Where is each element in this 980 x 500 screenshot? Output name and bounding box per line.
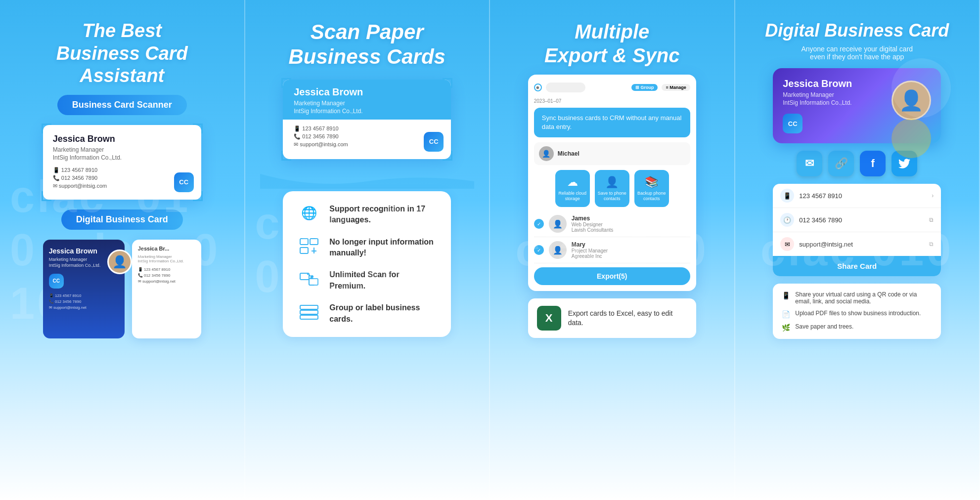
digital-card-display: Jessica Brown Marketing Manager IntSig I… <box>773 68 941 143</box>
excel-box: X Export cards to Excel, easy to edit da… <box>528 298 696 338</box>
panel2-title: Scan Paper Business Cards <box>289 20 445 80</box>
scan-card-name: Jessica Brown <box>294 86 440 98</box>
pdf-icon: 📄 <box>782 310 790 318</box>
svg-rect-7 <box>300 310 318 314</box>
panel-2: clac 010 clac Scan Paper Business Cards … <box>245 0 490 500</box>
scan-card-company: IntSig Information Co.,Ltd. <box>294 108 440 115</box>
leaf-icon: 🌿 <box>782 324 790 332</box>
feature-item-2: No longer input information manually! <box>297 237 437 259</box>
panel-3: clac 010 Multiple Export & Sync ⊕ ⊞ Grou… <box>490 0 735 500</box>
field-email: ✉ support@intsig.net ⧉ <box>773 232 941 256</box>
digital-card-preview-right: Jessica Br... Marketing ManagerIntSig In… <box>132 240 201 338</box>
group-icon <box>297 302 321 322</box>
bottom-feature-text-3: Save paper and trees. <box>795 323 853 330</box>
qr-icon: 📱 <box>782 292 790 299</box>
feature-item-4: Group or label business cards. <box>297 302 437 325</box>
field-phone1: 📱 123 4567 8910 › <box>773 184 941 208</box>
svg-rect-4 <box>309 279 318 285</box>
panel1-title-line2: Business Card Assistant <box>56 43 188 86</box>
share-card-button[interactable]: Share Card <box>773 256 941 276</box>
scan-card-mock: Jessica Brown Marketing Manager IntSig I… <box>283 80 451 159</box>
clock-icon: 🕐 <box>780 213 794 227</box>
contact-preview: 👤 Michael <box>534 142 690 165</box>
panel4-title: Digital Business Card Anyone can receive… <box>765 20 949 61</box>
sync-tooltip: Sync business cards to CRM without any m… <box>534 108 690 137</box>
card-title: Marketing Manager <box>53 146 191 153</box>
app-screen-mock: ⊕ ⊞ Group ≡ Manage 2023–01–07 Sync busin… <box>528 75 696 291</box>
scan-card-title: Marketing Manager <box>294 100 440 107</box>
bottom-feature-text-2: Upload PDF files to show business introd… <box>795 310 921 317</box>
feature-text-1: Support recognition in 17 languages. <box>329 204 437 226</box>
share-link-icon[interactable]: 🔗 <box>828 151 854 176</box>
app-header: ⊕ ⊞ Group ≡ Manage <box>534 81 690 94</box>
panel3-title: Multiple Export & Sync <box>544 20 679 75</box>
feature-item-1: 🌐 Support recognition in 17 languages. <box>297 204 437 226</box>
feature-text-3: Unlimited Scan for Premium. <box>329 269 437 292</box>
bottom-feature-1: 📱 Share your virtual card using a QR cod… <box>782 291 932 305</box>
digital-badge: Digital Business Card <box>61 209 183 230</box>
manual-input-icon <box>297 237 321 256</box>
panel3-title-line2: Export & Sync <box>544 44 679 66</box>
panel3-title-line1: Multiple <box>575 21 649 42</box>
contact-james: ✓ 👤 James Web Designer Lavish Consultant… <box>534 211 690 237</box>
digital-card-preview-left: Jessica Brown Marketing Manager IntSig I… <box>43 240 125 338</box>
globe-icon: 🌐 <box>297 204 321 223</box>
scan-cc-logo: CC <box>424 132 444 152</box>
panel1-title: The Best Business Card Assistant <box>15 20 229 87</box>
cloud-storage-box: ☁ Reliable cloud storage <box>555 170 590 207</box>
backup-contacts-box: 📚 Backup phone contacts <box>634 170 669 207</box>
digital-card-mockup: Jessica Brown Marketing Manager IntSig I… <box>43 240 201 338</box>
excel-text: Export cards to Excel, easy to edit data… <box>568 309 687 328</box>
card-company: IntSig Information Co.,Ltd. <box>53 154 191 161</box>
cc-logo: CC <box>174 172 194 192</box>
svg-rect-8 <box>300 315 318 319</box>
svg-point-5 <box>311 275 313 278</box>
contact-fields: 📱 123 4567 8910 › 🕐 012 3456 7890 ⧉ ✉ su… <box>773 184 941 276</box>
panel1-title-line1: The Best <box>83 20 162 41</box>
card-phone2: 📞 012 3456 7890 <box>53 175 191 181</box>
panel2-title-line1: Scan Paper <box>311 20 424 43</box>
digital-avatar: 👤 <box>107 250 132 274</box>
display-card-company: IntSig Information Co.,Ltd. <box>783 99 891 106</box>
export-button[interactable]: Export(5) <box>534 267 690 285</box>
display-card-name: Jessica Brown <box>783 78 891 89</box>
excel-icon: X <box>537 306 561 331</box>
share-email-icon[interactable]: ✉ <box>797 151 822 176</box>
share-icons-row: ✉ 🔗 f <box>797 151 917 176</box>
svg-rect-0 <box>300 239 308 245</box>
features-list: 🌐 Support recognition in 17 languages. N… <box>283 191 451 337</box>
feature-item-3: Unlimited Scan for Premium. <box>297 269 437 292</box>
panel2-title-line2: Business Cards <box>289 45 445 68</box>
card-name: Jessica Brown <box>53 134 191 144</box>
panel4-heading: Digital Business Card <box>765 20 949 41</box>
field-phone2: 🕐 012 3456 7890 ⧉ <box>773 208 941 232</box>
phone-contacts-box: 👤 Save to phone contacts <box>595 170 629 207</box>
svg-rect-1 <box>310 239 318 245</box>
bottom-features: 📱 Share your virtual card using a QR cod… <box>773 284 941 339</box>
app-date: 2023–01–07 <box>534 98 690 104</box>
bottom-feature-text-1: Share your virtual card using a QR code … <box>795 291 932 305</box>
svg-rect-6 <box>300 305 318 309</box>
scan-phone2: 📞 012 3456 7890 <box>294 133 440 140</box>
business-card-scanner-mock: Jessica Brown Marketing Manager IntSig I… <box>43 125 201 200</box>
digital-cc-logo: CC <box>49 274 64 289</box>
email-field-icon: ✉ <box>780 237 794 251</box>
feature-text-4: Group or label business cards. <box>329 302 437 325</box>
phone-icon: 📱 <box>780 189 794 203</box>
export-icons-row: ☁ Reliable cloud storage 👤 Save to phone… <box>534 170 690 207</box>
unlimited-icon <box>297 269 321 289</box>
bottom-feature-3: 🌿 Save paper and trees. <box>782 323 932 332</box>
wave-divider <box>260 174 475 189</box>
bottom-feature-2: 📄 Upload PDF files to show business intr… <box>782 310 932 318</box>
card-phone1: 📱 123 4567 8910 <box>53 167 191 173</box>
scanner-badge: Business Card Scanner <box>57 95 187 115</box>
panel-1: clac 010 clac 010 The Best Business Card… <box>0 0 245 500</box>
card-email: ✉ support@intsig.com <box>53 183 191 189</box>
panel-4: clac 010 Digital Business Card Anyone ca… <box>735 0 980 500</box>
svg-rect-2 <box>300 248 308 253</box>
share-facebook-icon[interactable]: f <box>860 151 886 176</box>
display-cc-logo: CC <box>783 114 802 133</box>
tooltip-text: Sync business cards to CRM without any m… <box>542 114 682 130</box>
feature-text-2: No longer input information manually! <box>329 237 437 259</box>
display-card-title: Marketing Manager <box>783 91 891 98</box>
